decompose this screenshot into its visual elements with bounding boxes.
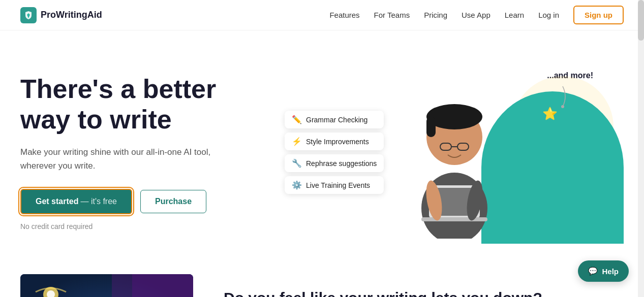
hero-title: There's a better way to write xyxy=(20,74,264,135)
svg-point-0 xyxy=(561,105,564,108)
painting-preview xyxy=(20,274,193,297)
hero-section: There's a better way to write Make your … xyxy=(0,30,644,264)
get-started-button[interactable]: Get started— it's free xyxy=(20,189,132,214)
star-badge: ⭐ xyxy=(542,107,558,121)
nav-item-use-app[interactable]: Use App xyxy=(462,11,490,20)
second-title: Do you feel like your writing lets you d… xyxy=(224,289,624,297)
grammar-label: Grammar Checking xyxy=(306,116,367,124)
grammar-icon: ✏️ xyxy=(292,115,302,124)
person-illustration xyxy=(391,66,518,239)
svg-rect-4 xyxy=(426,117,436,137)
second-section: Do you feel like your writing lets you d… xyxy=(0,264,644,297)
training-icon: ⚙️ xyxy=(292,180,302,190)
signup-button[interactable]: Sign up xyxy=(573,6,624,24)
navbar: ProWritingAid Features For Teams Pricing… xyxy=(0,0,644,30)
logo[interactable]: ProWritingAid xyxy=(20,7,102,23)
pill-grammar: ✏️ Grammar Checking xyxy=(285,111,384,128)
nav-item-features[interactable]: Features xyxy=(329,11,359,20)
style-icon: ⚡ xyxy=(292,137,302,146)
nav-links: Features For Teams Pricing Use App Learn… xyxy=(329,6,624,24)
hero-left: There's a better way to write Make your … xyxy=(20,74,285,230)
logo-text: ProWritingAid xyxy=(41,10,102,20)
nav-item-login[interactable]: Log in xyxy=(538,11,559,20)
scrollbar[interactable] xyxy=(638,0,644,297)
scrollbar-thumb[interactable] xyxy=(638,0,644,41)
pill-training: ⚙️ Live Training Events xyxy=(285,176,384,194)
help-button[interactable]: 💬 Help xyxy=(578,260,629,282)
painting-svg xyxy=(20,274,193,297)
pill-rephrase: 🔧 Rephrase suggestions xyxy=(285,154,384,172)
style-label: Style Improvements xyxy=(306,138,369,146)
pill-style: ⚡ Style Improvements xyxy=(285,133,384,150)
second-right: Do you feel like your writing lets you d… xyxy=(224,274,624,297)
painting-preview-container xyxy=(20,274,193,297)
rephrase-label: Rephrase suggestions xyxy=(306,159,377,168)
svg-rect-10 xyxy=(421,217,487,221)
logo-icon xyxy=(20,7,37,23)
hero-right: ...and more! ✏️ Grammar Checking ⚡ Style… xyxy=(285,61,624,244)
rephrase-icon: 🔧 xyxy=(292,158,302,168)
nav-item-pricing[interactable]: Pricing xyxy=(424,11,447,20)
nav-item-for-teams[interactable]: For Teams xyxy=(374,11,410,20)
hero-cta: Get started— it's free Purchase xyxy=(20,189,264,214)
signup-button-container: Sign up xyxy=(573,6,624,24)
hero-subtitle: Make your writing shine with our all-in-… xyxy=(20,145,264,173)
training-label: Live Training Events xyxy=(306,181,370,189)
nav-item-learn[interactable]: Learn xyxy=(505,11,524,20)
svg-rect-17 xyxy=(132,274,193,297)
help-icon: 💬 xyxy=(588,267,598,276)
feature-pills: ✏️ Grammar Checking ⚡ Style Improvements… xyxy=(285,111,384,194)
purchase-button[interactable]: Purchase xyxy=(140,190,206,213)
no-credit-text: No credit card required xyxy=(20,222,264,230)
